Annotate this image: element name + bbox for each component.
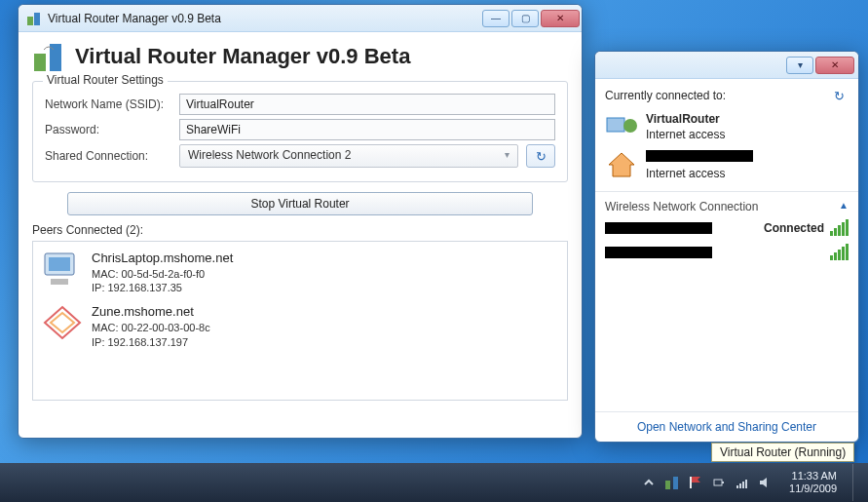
minimize-button[interactable]: — [482, 10, 509, 27]
svg-marker-8 [51, 313, 74, 332]
settings-group-title: Virtual Router Settings [43, 73, 168, 87]
taskbar[interactable]: 11:33 AM 11/9/2009 [0, 463, 868, 502]
maximize-button[interactable]: ▢ [511, 10, 539, 27]
peer-item[interactable]: ChrisLaptop.mshome.net MAC: 00-5d-5d-2a-… [37, 246, 563, 299]
flyout-minimize-button[interactable]: ▾ [786, 57, 813, 74]
titlebar[interactable]: Virtual Router Manager v0.9 Beta — ▢ ✕ [19, 5, 582, 32]
flyout-close-button[interactable]: ✕ [815, 57, 854, 74]
refresh-icon: ↻ [536, 149, 547, 164]
svg-rect-13 [673, 477, 678, 489]
power-icon[interactable] [711, 475, 727, 490]
peer-item[interactable]: Zune.mshome.net MAC: 00-22-00-03-00-8c I… [37, 299, 563, 353]
flyout-titlebar[interactable]: ▾ ✕ [595, 52, 858, 79]
flyout-footer: Open Network and Sharing Center [595, 411, 858, 442]
connected-header: Currently connected to: [605, 89, 726, 102]
network-center-link[interactable]: Open Network and Sharing Center [637, 420, 816, 434]
svg-rect-17 [736, 485, 738, 488]
password-label: Password: [45, 123, 171, 136]
svg-rect-19 [742, 482, 744, 488]
svg-rect-5 [49, 257, 70, 271]
svg-rect-1 [34, 13, 40, 25]
peer-name: Zune.mshome.net [92, 303, 210, 321]
volume-icon[interactable] [758, 475, 774, 490]
svg-rect-16 [722, 482, 724, 483]
app-window: Virtual Router Manager v0.9 Beta — ▢ ✕ V… [18, 4, 583, 439]
virtual-router-tray-icon[interactable] [664, 475, 680, 490]
network-flyout: ▾ ✕ Currently connected to: ↻ VirtualRou… [594, 51, 859, 443]
settings-group: Virtual Router Settings Network Name (SS… [32, 81, 568, 182]
peer-mac: MAC: 00-22-00-03-00-8c [92, 321, 210, 335]
taskbar-clock[interactable]: 11:33 AM 11/9/2009 [783, 470, 843, 495]
ssid-row[interactable]: Connected [605, 215, 849, 240]
network-icon [605, 112, 638, 141]
peer-info: Zune.mshome.net MAC: 00-22-00-03-00-8c I… [92, 303, 210, 349]
app-icon [26, 11, 42, 26]
peer-info: ChrisLaptop.mshome.net MAC: 00-5d-5d-2a-… [92, 250, 233, 295]
shared-connection-select[interactable]: Wireless Network Connection 2 [179, 144, 518, 168]
svg-rect-18 [739, 483, 741, 488]
connection-item[interactable]: VirtualRouter Internet access [605, 108, 849, 146]
svg-rect-15 [714, 480, 722, 485]
peer-name: ChrisLaptop.mshome.net [92, 250, 233, 267]
home-network-icon [605, 150, 638, 179]
flag-icon[interactable] [688, 475, 703, 490]
connection-name [646, 150, 753, 167]
refresh-button[interactable]: ↻ [526, 144, 555, 168]
divider [595, 191, 858, 192]
peer-ip: IP: 192.168.137.35 [92, 281, 233, 295]
svg-rect-6 [51, 279, 68, 285]
ssid-status: Connected [764, 221, 824, 235]
svg-marker-21 [760, 478, 767, 487]
clock-date: 11/9/2009 [789, 483, 837, 495]
password-input[interactable] [179, 119, 555, 140]
tray-chevron-icon[interactable] [641, 475, 657, 490]
svg-point-10 [623, 119, 637, 133]
network-tray-icon[interactable] [735, 475, 750, 490]
ssid-row[interactable] [605, 240, 849, 264]
svg-rect-20 [745, 480, 747, 488]
computer-icon [41, 250, 84, 289]
show-desktop-button[interactable] [852, 464, 864, 501]
connection-name: VirtualRouter [646, 112, 725, 128]
adapter-header[interactable]: Wireless Network Connection ▲ [605, 198, 849, 215]
svg-rect-14 [690, 477, 692, 488]
connection-status: Internet access [646, 128, 725, 143]
close-button[interactable]: ✕ [541, 10, 580, 27]
svg-rect-9 [607, 118, 624, 132]
window-title: Virtual Router Manager v0.9 Beta [48, 12, 482, 25]
refresh-icon[interactable]: ↻ [829, 87, 849, 104]
chevron-up-icon: ▲ [839, 200, 849, 213]
signal-bars-icon [830, 244, 849, 260]
connection-status: Internet access [646, 167, 753, 182]
ssid-input[interactable] [179, 94, 555, 115]
app-title: Virtual Router Manager v0.9 Beta [75, 44, 410, 69]
svg-rect-2 [34, 54, 46, 71]
window-controls: — ▢ ✕ [482, 10, 580, 27]
shared-label: Shared Connection: [45, 149, 171, 163]
clock-time: 11:33 AM [789, 470, 837, 483]
app-header: Virtual Router Manager v0.9 Beta [19, 32, 582, 77]
peer-mac: MAC: 00-5d-5d-2a-f0-f0 [92, 267, 233, 282]
stop-router-button[interactable]: Stop Virtual Router [67, 192, 533, 215]
redacted-ssid [605, 247, 712, 258]
zune-icon [41, 303, 84, 342]
app-logo-icon [32, 40, 65, 73]
redacted-text [646, 150, 753, 162]
peers-title: Peers Connected (2): [32, 223, 582, 237]
signal-bars-icon [830, 219, 849, 236]
svg-rect-0 [27, 17, 33, 25]
redacted-ssid [605, 222, 712, 234]
tray-tooltip: Virtual Router (Running) [711, 443, 854, 462]
svg-marker-11 [609, 153, 634, 176]
peers-list[interactable]: ChrisLaptop.mshome.net MAC: 00-5d-5d-2a-… [32, 241, 568, 401]
peer-ip: IP: 192.168.137.197 [92, 335, 210, 350]
connection-item[interactable]: Internet access [605, 146, 849, 185]
adapter-title: Wireless Network Connection [605, 200, 758, 213]
ssid-label: Network Name (SSID): [45, 97, 171, 111]
system-tray [641, 475, 774, 490]
svg-rect-12 [665, 481, 670, 489]
